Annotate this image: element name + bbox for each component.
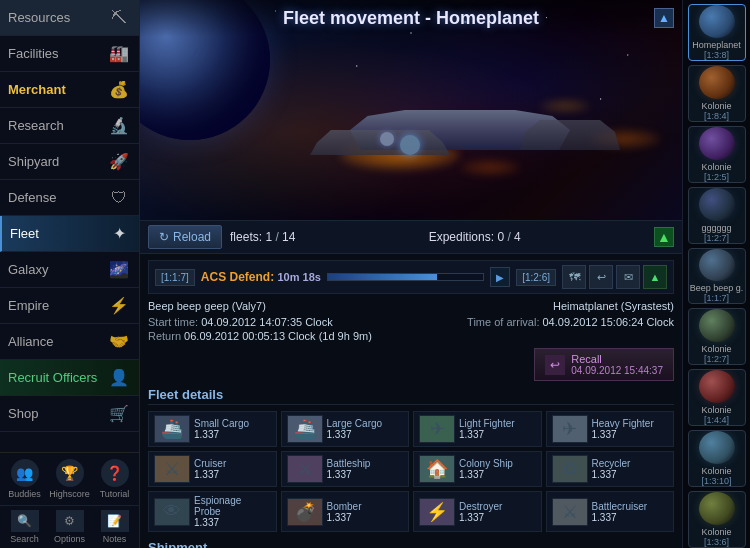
sidebar-item-buddies[interactable]: 👥 Buddies [7,459,43,499]
ship-count: 1.337 [459,429,515,440]
ship-count: 1.337 [459,512,502,523]
sidebar-label-0: Resources [8,10,70,25]
sidebar-bottom-icons: 👥 Buddies 🏆 Highscore ❓ Tutorial [0,453,139,506]
sidebar-icon-8: ⚡ [107,294,131,318]
planet-thumb-6[interactable]: Kolonie[1:4:4] [688,369,746,426]
mission-source-tag: [1:1:7] [155,269,195,286]
planet-thumb-0[interactable]: Homeplanet[1:3:8] [688,4,746,61]
recall-label: Recall [571,353,663,365]
planet-label-1: Kolonie[1:8:4] [701,101,731,121]
ship-info: Heavy Fighter 1.337 [592,418,654,440]
sidebar-item-empire[interactable]: Empire ⚡ [0,288,139,324]
sidebar-item-facilities[interactable]: Facilities 🏭 [0,36,139,72]
mission-message-button[interactable]: ✉ [616,265,640,289]
planet-thumb-1[interactable]: Kolonie[1:8:4] [688,65,746,122]
ship-count: 1.337 [194,469,226,480]
ship-thumbnail: 💣 [287,498,323,526]
notes-icon: 📝 [101,510,129,532]
ship-name: Battleship [327,458,371,469]
ship-item: ⚔ Battleship 1.337 [281,451,410,487]
sidebar-item-notes[interactable]: 📝 Notes [97,510,133,544]
ship-item: ⚔ Cruiser 1.337 [148,451,277,487]
options-icon: ⚙ [56,510,84,532]
ship-count: 1.337 [592,429,654,440]
sidebar-item-shop[interactable]: Shop 🛒 [0,396,139,432]
recall-time: 04.09.2012 15:44:37 [571,365,663,376]
arrival-time-value: 04.09.2012 15:06:24 Clock [543,316,675,328]
sidebar-label-5: Defense [8,190,56,205]
sidebar-item-search[interactable]: 🔍 Search [7,510,43,544]
ship-thumbnail: 👁 [154,498,190,526]
ship-thumbnail: 🏠 [419,455,455,483]
sidebar-icon-7: 🌌 [107,258,131,282]
planet-ball-3 [699,188,735,221]
planet-ball-5 [699,309,735,342]
ship-thumbnail: ⚔ [154,455,190,483]
sidebar-icon-5: 🛡 [107,186,131,210]
main-content: Fleet movement - Homeplanet ▲ ↻ Reload f… [140,0,682,548]
ship-thumbnail: ⚔ [552,498,588,526]
fleet-details-title: Fleet details [148,387,674,405]
mission-dest-tag: [1:2:6] [516,269,556,286]
sidebar-item-research[interactable]: Research 🔬 [0,108,139,144]
ship-info: Light Fighter 1.337 [459,418,515,440]
sidebar-item-options[interactable]: ⚙ Options [52,510,88,544]
mission-return-button[interactable]: ↩ [589,265,613,289]
header-up-button[interactable]: ▲ [654,8,674,28]
planet-thumb-2[interactable]: Kolonie[1:2:5] [688,126,746,183]
planet-label-5: Kolonie[1:2:7] [701,344,731,364]
sidebar-item-shipyard[interactable]: Shipyard 🚀 [0,144,139,180]
recall-button[interactable]: ↩ Recall 04.09.2012 15:44:37 [534,348,674,381]
sidebar-item-tutorial[interactable]: ❓ Tutorial [97,459,133,499]
sidebar-icon-2: 💰 [107,78,131,102]
fleet-bar-up-button[interactable]: ▲ [654,227,674,247]
planet-thumb-7[interactable]: Kolonie[1:3:10] [688,430,746,487]
ship-name: Small Cargo [194,418,249,429]
fleet-toolbar: ↻ Reload fleets: 1 / 14 Expeditions: 0 /… [140,220,682,254]
sidebar-item-alliance[interactable]: Alliance 🤝 [0,324,139,360]
planet-label-2: Kolonie[1:2:5] [701,162,731,182]
planet-thumb-5[interactable]: Kolonie[1:2:7] [688,308,746,365]
sidebar-icon-11: 🛒 [107,402,131,426]
ship-name: Bomber [327,501,362,512]
expeditions-info: Expeditions: 0 / 4 [429,230,521,244]
sidebar-item-resources[interactable]: Resources ⛏ [0,0,139,36]
to-planet: Heimatplanet (Syrastest) [553,300,674,312]
ship-item: 🚢 Small Cargo 1.337 [148,411,277,447]
sidebar-item-fleet[interactable]: Fleet ✦ [0,216,139,252]
sidebar-item-recruit-officers[interactable]: Recruit Officers 👤 [0,360,139,396]
sidebar-label-2: Merchant [8,82,66,97]
sidebar-item-galaxy[interactable]: Galaxy 🌌 [0,252,139,288]
sidebar-bottom: 👥 Buddies 🏆 Highscore ❓ Tutorial 🔍 Searc… [0,452,139,548]
sidebar-label-11: Shop [8,406,38,421]
ship-thumbnail: 🚢 [154,415,190,443]
mission-progress-bar [327,273,484,281]
reload-button[interactable]: ↻ Reload [148,225,222,249]
mission-expand-button[interactable]: ▲ [643,265,667,289]
planet-label-8: Kolonie[1:3:6] [701,527,731,547]
return-label: Return [148,330,181,342]
planet-thumb-3[interactable]: gggggg[1:2:7] [688,187,746,244]
ship-count: 1.337 [327,429,383,440]
ship-info: Colony Ship 1.337 [459,458,513,480]
sidebar-label-10: Recruit Officers [8,370,97,385]
header-banner: Fleet movement - Homeplanet ▲ [140,0,682,220]
mission-map-button[interactable]: 🗺 [562,265,586,289]
planet-label-4: Beep beep g.[1:1:7] [690,283,744,303]
ship-item: ⚔ Battlecruiser 1.337 [546,491,675,532]
planet-label-6: Kolonie[1:4:4] [701,405,731,425]
sidebar-item-defense[interactable]: Defense 🛡 [0,180,139,216]
planet-thumb-4[interactable]: Beep beep g.[1:1:7] [688,248,746,305]
ship-name: Battlecruiser [592,501,648,512]
sidebar-icon-1: 🏭 [107,42,131,66]
buddies-icon: 👥 [11,459,39,487]
sidebar-label-7: Galaxy [8,262,48,277]
planet-thumb-8[interactable]: Kolonie[1:3:6] [688,491,746,548]
search-icon: 🔍 [11,510,39,532]
sidebar-item-merchant[interactable]: Merchant 💰 [0,72,139,108]
sidebar-item-highscore[interactable]: 🏆 Highscore [52,459,88,499]
ship-thumbnail: ⚡ [419,498,455,526]
ship-item: ⚡ Destroyer 1.337 [413,491,542,532]
sidebar: Resources ⛏ Facilities 🏭 Merchant 💰 Rese… [0,0,140,548]
arrival-time-label: Time of arrival: [467,316,539,328]
